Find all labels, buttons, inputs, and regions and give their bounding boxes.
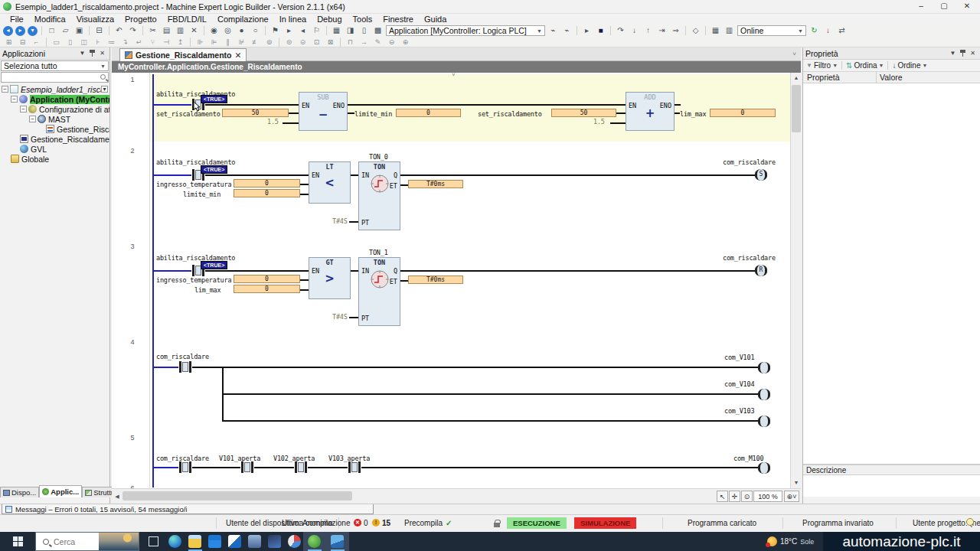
column-header[interactable]: Proprietà	[807, 73, 840, 82]
online-value-box[interactable]: T#0ms	[408, 180, 463, 188]
print-icon[interactable]: ⊟	[93, 25, 105, 36]
menu-item[interactable]: Visualizza	[71, 14, 119, 24]
scrollbar-thumb[interactable]	[122, 491, 352, 500]
tree-item-application[interactable]: − Application (MyController:	[0, 94, 109, 104]
open-project-icon[interactable]: ▱	[60, 25, 71, 36]
collapse-icon[interactable]: −	[2, 86, 8, 93]
constant-label[interactable]: T#4S	[332, 313, 348, 321]
zoom-in-icon[interactable]: ⊕	[400, 37, 411, 47]
step-single-icon[interactable]: ⇥	[656, 25, 668, 36]
network-number[interactable]: 2	[126, 147, 139, 155]
constant-label[interactable]: T#4S	[332, 217, 348, 225]
insert-rising-edge-icon[interactable]: ↥	[175, 37, 186, 47]
tree-item-global-folder[interactable]: Globale	[0, 154, 109, 164]
coil-com-v101[interactable]	[758, 362, 770, 373]
separator[interactable]	[190, 37, 191, 47]
task-view-button[interactable]	[142, 532, 165, 551]
network-number[interactable]: 3	[126, 243, 139, 250]
bookmark-prev-icon[interactable]: ◂	[297, 25, 309, 36]
separator[interactable]	[326, 26, 327, 35]
sync-icon[interactable]: ⇄	[836, 25, 848, 36]
save-icon[interactable]: ▣	[74, 25, 85, 36]
separator[interactable]	[89, 26, 90, 35]
scroll-down-icon[interactable]: ▼	[791, 478, 802, 488]
coil-com-m100[interactable]	[758, 462, 770, 474]
contact-com-riscaldare[interactable]	[178, 361, 192, 373]
document-tab[interactable]: Gestione_Riscaldamento ✕	[119, 48, 247, 61]
pin-icon[interactable]	[89, 50, 96, 57]
insert-empty-box-icon[interactable]: ▯	[64, 37, 76, 47]
new-file-icon[interactable]: □	[46, 25, 57, 36]
chevron-down-icon[interactable]: ▼	[77, 49, 87, 58]
menu-item[interactable]: FBD/LD/IL	[162, 14, 212, 24]
close-icon[interactable]: ✕	[97, 49, 107, 58]
tree-item-gvl[interactable]: GVL	[0, 144, 109, 154]
maximize-button[interactable]: ▢	[933, 0, 956, 13]
cut-icon[interactable]: ✂	[147, 25, 158, 36]
display-mode-icon[interactable]: ▥	[724, 25, 735, 36]
scroll-up-icon[interactable]: ▲	[791, 73, 802, 83]
bookmark-next-icon[interactable]: ▸	[283, 25, 295, 36]
messages-tab[interactable]: Messaggi – Errori 0 totali, 15 avviso/i,…	[2, 504, 374, 514]
split-chevron-icon[interactable]: ˅	[452, 73, 456, 78]
active-application-combo[interactable]: Application [MyController: Logica PLC]▼	[386, 25, 545, 36]
insert-input-icon[interactable]: ⊦	[92, 37, 103, 47]
online-value-box[interactable]: T#0ms	[408, 276, 463, 284]
search-input[interactable]	[54, 537, 101, 546]
scroll-left-icon[interactable]: ◀	[112, 491, 122, 502]
ladder-canvas[interactable]: ˅ 1 2 3 4 5 6 abilita_riscaldamento <TRU…	[112, 73, 790, 488]
tab-devices[interactable]: Dispo...	[0, 487, 39, 497]
step-into-icon[interactable]: ↓	[629, 25, 640, 36]
nav-history-icon[interactable]: ▾	[28, 26, 38, 36]
coil-label[interactable]: com_M100	[733, 455, 763, 462]
taskbar-search[interactable]	[35, 532, 139, 551]
menu-item[interactable]: Progetto	[119, 14, 162, 24]
refresh-icon[interactable]: ↻	[808, 25, 820, 36]
chevron-down-icon[interactable]: ▼	[832, 63, 838, 68]
tree-item-task-configuration[interactable]: − Configurazione di attività	[0, 104, 109, 114]
online-value-box[interactable]: 0	[234, 179, 300, 187]
constant-label[interactable]: 1.5	[593, 118, 605, 126]
chevron-down-icon[interactable]: ▼	[948, 49, 958, 58]
run-to-cursor-icon[interactable]: ⇒	[670, 25, 681, 36]
stop-icon[interactable]: ■	[595, 25, 606, 36]
operand-label[interactable]: ingresso_temperatura	[156, 181, 231, 188]
operand-label[interactable]: limite_min	[183, 191, 220, 198]
online-value-box[interactable]: 0	[710, 109, 776, 117]
download-icon[interactable]: ↓	[822, 25, 834, 36]
separator[interactable]	[577, 26, 577, 35]
set-coil[interactable]: S	[755, 169, 767, 181]
redo-icon[interactable]: ↷	[127, 25, 139, 36]
scrollbar-thumb[interactable]	[792, 85, 801, 132]
online-value-box[interactable]: 0	[234, 285, 300, 293]
instance-label[interactable]: TON_0	[369, 153, 388, 161]
filter-button[interactable]: Filtro	[814, 61, 831, 70]
properties-grid-body[interactable]	[803, 83, 980, 465]
back-icon[interactable]: ◂	[3, 26, 13, 36]
separator[interactable]	[204, 26, 204, 35]
properties-icon[interactable]: ▯	[358, 25, 370, 36]
insert-label-icon[interactable]: ⊣	[161, 37, 172, 47]
insert-coil-icon[interactable]: ⊚	[263, 37, 275, 47]
operand-label[interactable]: set_riscaldamento	[478, 110, 542, 118]
online-mode-combo[interactable]: Online▼	[737, 25, 806, 36]
insert-jump-icon[interactable]: ↴	[119, 37, 131, 47]
operand-label[interactable]: lim_max	[680, 110, 706, 118]
contact-com-riscaldare[interactable]	[178, 461, 192, 473]
gt-block[interactable]: GT EN >	[309, 257, 351, 299]
forward-icon[interactable]: ▸	[15, 26, 25, 36]
network-number[interactable]: 1	[126, 76, 139, 83]
sort-button[interactable]: Ordina	[854, 61, 877, 70]
contact-label[interactable]: com_riscaldare	[156, 353, 209, 360]
online-value-box[interactable]: 0	[234, 275, 300, 283]
coil-label[interactable]: com_V103	[724, 407, 754, 415]
replace-next-icon[interactable]: ○	[250, 25, 261, 36]
insert-contact-right-icon[interactable]: ⊫	[208, 37, 220, 47]
network-number[interactable]: 4	[126, 338, 139, 346]
coil-label[interactable]: com_riscaldare	[723, 254, 776, 262]
insert-network-icon[interactable]: ⊞	[3, 37, 15, 47]
coil-com-v104[interactable]	[758, 389, 770, 400]
coil-com-v103[interactable]	[758, 416, 770, 427]
paste-icon[interactable]: ▥	[175, 25, 186, 36]
separator[interactable]	[142, 26, 143, 35]
